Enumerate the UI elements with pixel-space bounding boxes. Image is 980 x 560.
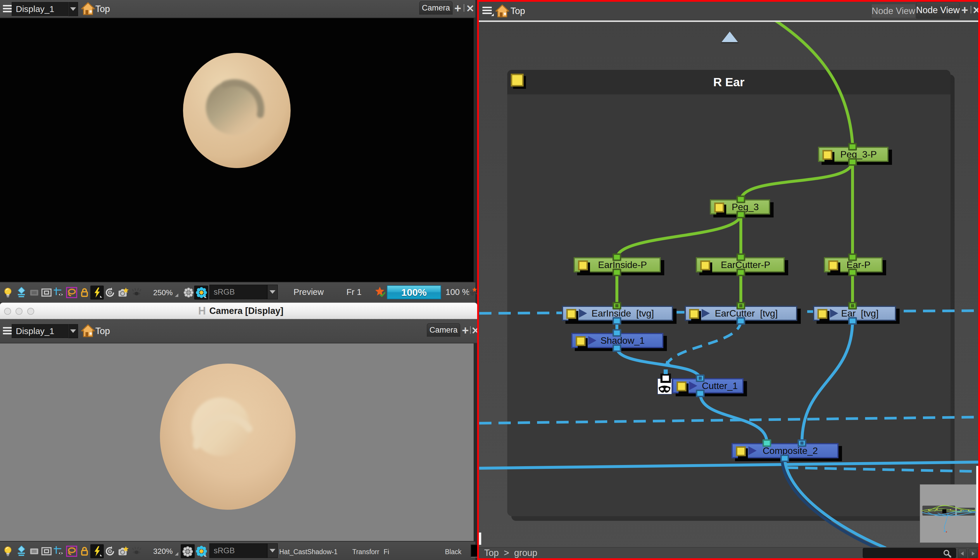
node-peg_3[interactable]: Peg_3: [710, 199, 770, 215]
render-lightning-icon[interactable]: [92, 287, 103, 298]
colorspace-select[interactable]: sRGB: [209, 285, 267, 299]
rule-dashed-2[interactable]: [479, 417, 978, 423]
node-thumbnail-toggle[interactable]: [677, 382, 687, 392]
colorspace-arrow[interactable]: [267, 543, 278, 558]
home-icon[interactable]: [495, 4, 509, 18]
node-search-input[interactable]: [863, 548, 956, 558]
node-thumbnail-toggle[interactable]: [817, 309, 827, 319]
matte-port-symbol[interactable]: [660, 373, 671, 383]
wire-earcutter-to-matte[interactable]: [665, 320, 741, 371]
group-marker-triangle[interactable]: [720, 30, 739, 44]
node-port-top[interactable]: [848, 143, 857, 150]
node-earinside-p[interactable]: EarInside-P: [573, 257, 661, 272]
layers-icon[interactable]: [16, 546, 27, 557]
node-thumbnail-toggle[interactable]: [576, 336, 586, 346]
snowflake-gray-icon[interactable]: [182, 546, 193, 557]
star-check-icon[interactable]: [374, 286, 385, 297]
node-port-bottom[interactable]: [848, 158, 857, 166]
breadcrumb-root[interactable]: Top: [484, 548, 499, 558]
wire-ear-to-composite[interactable]: [802, 320, 853, 443]
node-port-bottom[interactable]: [848, 268, 857, 276]
node-thumbnail-toggle[interactable]: [578, 260, 588, 270]
node-port-bottom[interactable]: [780, 455, 789, 462]
add-view-icon[interactable]: +: [961, 3, 968, 17]
wire-shadow-to-cutter[interactable]: [617, 348, 700, 379]
node-ear-[tvg][interactable]: Ear [tvg]: [813, 306, 896, 321]
lock-icon[interactable]: [79, 546, 90, 557]
search-next-button[interactable]: [968, 548, 977, 558]
node-composite_2[interactable]: Composite_2: [732, 443, 838, 458]
home-icon[interactable]: [81, 2, 95, 16]
close-view-icon[interactable]: ✕: [972, 4, 980, 16]
light-bulb-icon[interactable]: [2, 546, 13, 557]
window-minimize-button[interactable]: [15, 308, 23, 315]
node-port-top[interactable]: [737, 253, 745, 261]
node-port-top[interactable]: [737, 302, 745, 310]
eye-star-icon[interactable]: [467, 286, 478, 298]
horizontal-scrollbar[interactable]: [479, 533, 481, 545]
add-view-icon[interactable]: +: [462, 324, 469, 337]
node-port-bottom[interactable]: [696, 390, 705, 397]
add-view-icon[interactable]: +: [454, 2, 461, 15]
snowflake-gray-icon[interactable]: [183, 288, 193, 298]
lasso-select-icon[interactable]: [66, 546, 77, 557]
wire-peg3p-to-peg3[interactable]: [741, 161, 853, 200]
rule-dashed-3[interactable]: [786, 468, 978, 472]
wire-peg3-to-earinsidep[interactable]: [617, 214, 741, 258]
vertical-scrollbar[interactable]: [976, 466, 978, 543]
snowflake-cyan-icon[interactable]: [196, 546, 207, 557]
home-icon[interactable]: [81, 324, 95, 338]
camera-star-icon[interactable]: [118, 546, 128, 557]
camera-canvas-top[interactable]: [0, 18, 473, 282]
wire-composite-out[interactable]: [785, 458, 886, 548]
display-select[interactable]: Display_1: [12, 324, 68, 338]
search-prev-button[interactable]: [958, 548, 967, 558]
node-port-top[interactable]: [696, 374, 705, 382]
window-zoom-button[interactable]: [27, 308, 34, 315]
display-select-arrow[interactable]: [68, 324, 78, 338]
scene-level-label[interactable]: Top: [95, 4, 110, 14]
scene-level-label[interactable]: Top: [95, 326, 110, 337]
breadcrumb[interactable]: Top > group: [484, 548, 537, 559]
node-port-bottom[interactable]: [848, 317, 857, 325]
node-earinside-[tvg][interactable]: EarInside [tvg]: [562, 306, 673, 321]
layers-icon[interactable]: [16, 287, 27, 298]
snowflake-cyan-icon[interactable]: [196, 287, 207, 298]
node-expand-arrow-icon[interactable]: [689, 382, 697, 390]
rule-solid[interactable]: [479, 462, 978, 468]
node-thumbnail-toggle[interactable]: [566, 309, 576, 319]
tab-node-view-1[interactable]: Node View: [871, 4, 916, 18]
wire-cutter-to-composite[interactable]: [700, 393, 767, 443]
node-port-bottom[interactable]: [737, 211, 745, 218]
tab-node-view-2[interactable]: Node View: [916, 2, 960, 19]
node-graph-area[interactable]: R Ear Peg_3-PPeg_3EarInside-PEarCutter-P…: [477, 0, 980, 560]
close-view-icon[interactable]: ✕: [466, 3, 475, 14]
update-preview-icon[interactable]: [104, 287, 115, 298]
node-port-top[interactable]: [612, 329, 621, 337]
node-cutter_1[interactable]: Cutter_1: [672, 378, 743, 393]
node-port-bottom[interactable]: [612, 317, 621, 325]
node-thumbnail-toggle[interactable]: [828, 260, 838, 270]
node-earcutter-[tvg][interactable]: EarCutter [tvg]: [685, 306, 797, 321]
matte-view-icon[interactable]: [28, 546, 40, 557]
display-select[interactable]: Display_1: [12, 2, 68, 16]
lasso-select-icon[interactable]: [66, 287, 77, 298]
node-thumbnail-toggle[interactable]: [714, 203, 724, 212]
colorspace-select[interactable]: sRGB: [209, 543, 267, 558]
node-port-bottom[interactable]: [612, 344, 621, 352]
safe-area-icon[interactable]: [41, 287, 52, 298]
node-port-top[interactable]: [848, 302, 857, 310]
render-lightning-icon[interactable]: [92, 546, 103, 557]
camera-canvas-bottom[interactable]: [0, 343, 473, 541]
node-port-top[interactable]: [612, 302, 621, 310]
matte-view-icon[interactable]: [28, 287, 40, 298]
node-peg_3-p[interactable]: Peg_3-P: [818, 147, 888, 162]
zoom-level-value[interactable]: 320%: [153, 547, 173, 556]
wire-composite-out-shadow[interactable]: [782, 461, 883, 551]
node-port-top[interactable]: [737, 195, 745, 203]
colorspace-arrow[interactable]: [267, 285, 278, 299]
outline-locked-drawings-icon[interactable]: [53, 546, 64, 557]
node-shadow_1[interactable]: Shadow_1: [571, 333, 663, 348]
node-port-bottom[interactable]: [737, 268, 745, 276]
zoom-level-value[interactable]: 250%: [153, 288, 173, 297]
